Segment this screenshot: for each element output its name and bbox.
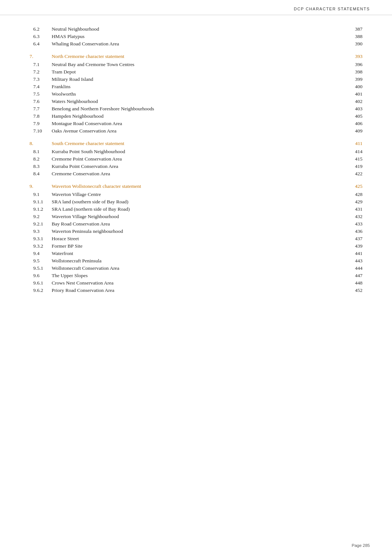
page-footer: Page 285 [352,543,370,548]
section-heading: 8.South Cremorne character statement411 [30,141,362,146]
section-number: 7. [30,54,52,59]
entry-label: Waverton Peninsula neighbourhood [52,228,344,234]
toc-entry: 8.1Kurraba Point South Neighbourhood414 [30,149,362,155]
entry-number: 6.4 [30,41,52,47]
entry-page: 388 [344,34,362,39]
entry-number: 9.1.2 [30,206,52,212]
entry-number: 7.2 [30,69,52,75]
entry-number: 7.1 [30,62,52,68]
section-page: 393 [344,54,362,59]
entry-number: 9.5 [30,258,52,264]
entry-page: 441 [344,251,362,256]
toc-entry: 9.3.2Former BP Site439 [30,243,362,249]
section-label: South Cremorne character statement [52,141,344,146]
toc-entry: 8.3Kurraba Point Conservation Area419 [30,163,362,169]
entry-number: 8.2 [30,156,52,162]
entry-label: Waters Neighbourhood [52,99,344,104]
toc-entry: 9.5Wollstonecraft Peninsula443 [30,258,362,264]
entry-page: 396 [344,62,362,68]
toc-entry: 9.2.1Bay Road Conservation Area433 [30,221,362,227]
entry-label: Waterfront [52,251,344,256]
entry-page: 400 [344,84,362,90]
entry-page: 448 [344,280,362,286]
entry-number: 6.2 [30,26,52,32]
entry-number: 9.5.1 [30,265,52,271]
toc-entry: 9.2Waverton Village Neighbourhood432 [30,214,362,220]
entry-page: 439 [344,243,362,249]
entry-number: 8.3 [30,163,52,169]
section-label: North Cremorne character statement [52,54,344,59]
entry-label: Neutral Bay and Cremorne Town Centres [52,62,344,68]
entry-label: Whaling Road Conservation Area [52,41,344,47]
entry-label: Oaks Avenue Conservation Area [52,128,344,134]
toc-entry: 9.1Waverton Village Centre428 [30,192,362,197]
entry-label: Hampden Neighbourhood [52,113,344,119]
entry-number: 9.6.2 [30,287,52,293]
entry-number: 9.1 [30,192,52,197]
entry-number: 9.4 [30,251,52,256]
section-number: 8. [30,141,52,146]
entry-label: The Upper Slopes [52,273,344,279]
entry-label: Montague Road Conservation Area [52,121,344,127]
entry-page: 429 [344,199,362,205]
page-header: DCP CHARACTER STATEMENTS [0,0,392,15]
toc-entry: 9.6.2Priory Road Conservation Area452 [30,287,362,293]
toc-entry: 8.4Cremorne Conservation Area422 [30,171,362,177]
entry-page: 390 [344,41,362,47]
entry-page: 406 [344,121,362,127]
entry-number: 8.4 [30,171,52,177]
entry-page: 452 [344,287,362,293]
entry-label: Wollstonecraft Peninsula [52,258,344,264]
entry-label: Kurraba Point South Neighbourhood [52,149,344,155]
toc-entry: 9.6The Upper Slopes447 [30,273,362,279]
toc-entry: 9.1.2SRA Land (northern side of Bay Road… [30,206,362,212]
entry-number: 7.6 [30,99,52,104]
entry-number: 9.2.1 [30,221,52,227]
entry-page: 428 [344,192,362,197]
entry-page: 443 [344,258,362,264]
entry-page: 405 [344,113,362,119]
entry-label: Neutral Neighbourhood [52,26,344,32]
toc-entry: 7.9Montague Road Conservation Area406 [30,121,362,127]
toc-entry: 9.5.1Wollstonecraft Conservation Area444 [30,265,362,271]
entry-page: 387 [344,26,362,32]
section-page: 425 [344,183,362,189]
entry-number: 7.4 [30,84,52,90]
header-text: DCP CHARACTER STATEMENTS [294,7,370,11]
section-number: 9. [30,183,52,189]
section-heading: 7.North Cremorne character statement393 [30,54,362,59]
entry-number: 9.6 [30,273,52,279]
toc-entry: 6.4Whaling Road Conservation Area390 [30,41,362,47]
entry-page: 431 [344,206,362,212]
toc-entry: 6.3HMAS Platypus388 [30,34,362,39]
entry-page: 409 [344,128,362,134]
entry-label: HMAS Platypus [52,34,344,39]
entry-label: SRA Land (northern side of Bay Road) [52,206,344,212]
entry-label: Tram Depot [52,69,344,75]
entry-number: 7.9 [30,121,52,127]
entry-label: SRA land (southern side of Bay Road) [52,199,344,205]
entry-page: 447 [344,273,362,279]
entry-label: Military Road Island [52,76,344,82]
entry-page: 399 [344,76,362,82]
toc-entry: 7.8Hampden Neighbourhood405 [30,113,362,119]
entry-number: 7.8 [30,113,52,119]
entry-label: Cremorne Point Conservation Area [52,156,344,162]
toc-entry: 9.3.1Horace Street437 [30,236,362,242]
entry-number: 7.10 [30,128,52,134]
toc-entry: 8.2Cremorne Point Conservation Area415 [30,156,362,162]
entry-number: 9.3.2 [30,243,52,249]
toc-entry: 7.5Woolworths401 [30,91,362,97]
toc-entry: 9.6.1Crows Nest Conservation Area448 [30,280,362,286]
entry-page: 436 [344,228,362,234]
toc-entry: 7.6Waters Neighbourhood402 [30,99,362,104]
entry-page: 403 [344,106,362,112]
entry-number: 7.5 [30,91,52,97]
entry-number: 9.2 [30,214,52,220]
entry-label: Benelong and Northern Foreshore Neighbou… [52,106,344,112]
entry-label: Crows Nest Conservation Area [52,280,344,286]
entry-label: Waverton Village Centre [52,192,344,197]
entry-page: 414 [344,149,362,155]
entry-number: 9.3.1 [30,236,52,242]
entry-label: Franklins [52,84,344,90]
